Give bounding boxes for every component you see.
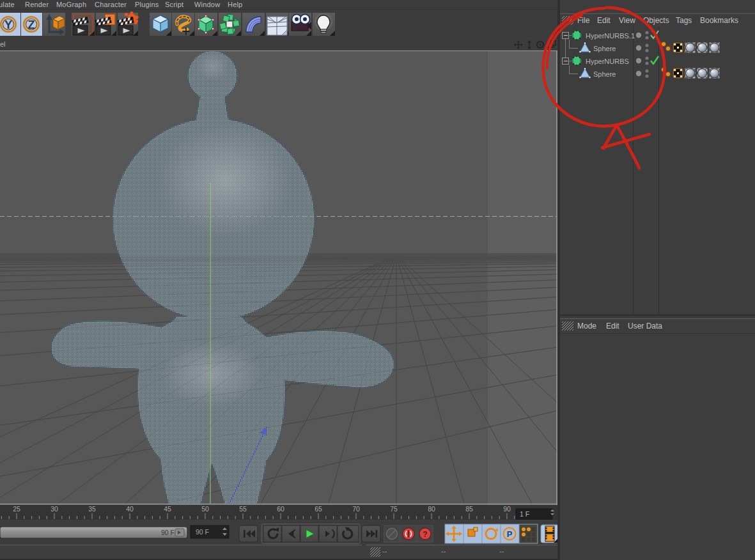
svg-text:85: 85 [465,505,473,513]
svg-text:Sphere: Sphere [593,70,616,78]
svg-text:90: 90 [503,505,511,513]
svg-text:HyperNURBS.1: HyperNURBS.1 [586,32,635,40]
svg-text:HyperNURBS: HyperNURBS [586,58,629,65]
svg-text:30: 30 [51,505,58,513]
svg-text:Edit: Edit [597,16,611,25]
svg-text:View: View [619,16,635,25]
svg-text:90 F: 90 F [196,528,209,536]
svg-text:75: 75 [390,505,398,513]
svg-text:80: 80 [428,505,435,513]
svg-text:50: 50 [201,505,209,513]
svg-text:Bookmarks: Bookmarks [700,16,738,25]
svg-text:P: P [507,529,513,539]
svg-text:Edit: Edit [606,322,619,331]
svg-text:90 F: 90 F [161,529,175,536]
svg-text:55: 55 [239,505,247,513]
svg-text:1 F: 1 F [520,510,529,518]
svg-text:70: 70 [352,505,360,513]
svg-text:40: 40 [126,505,134,513]
svg-text:35: 35 [88,505,96,513]
svg-text:Tags: Tags [676,16,692,25]
svg-text:User Data: User Data [628,322,662,331]
svg-text:?: ? [423,530,427,539]
svg-text:65: 65 [315,505,322,513]
svg-text:60: 60 [277,505,284,513]
svg-text:45: 45 [164,505,171,513]
svg-text:25: 25 [13,505,20,513]
svg-text:File: File [577,16,590,25]
svg-text:Z: Z [28,19,35,31]
svg-text:Objects: Objects [643,16,669,25]
svg-text:Mode: Mode [577,322,596,331]
svg-text:Sphere: Sphere [593,45,616,52]
svg-text:Y: Y [4,19,12,31]
